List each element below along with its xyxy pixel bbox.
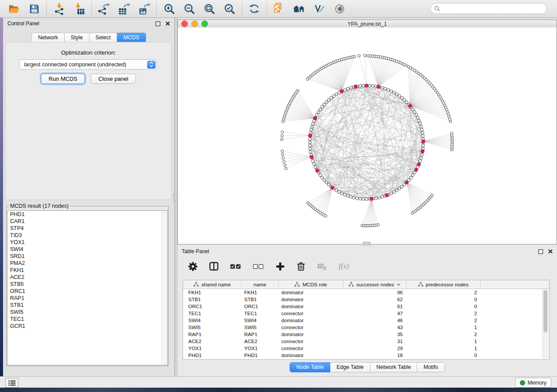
- close-panel-button[interactable]: Close panel: [91, 74, 136, 84]
- network-node[interactable]: [327, 183, 330, 186]
- mcds-result-item[interactable]: STP4: [7, 225, 167, 232]
- network-node[interactable]: [421, 131, 424, 134]
- network-node[interactable]: [311, 122, 315, 125]
- annotation-mode-button[interactable]: [313, 2, 326, 15]
- network-node[interactable]: [283, 160, 285, 163]
- mcds-result-item[interactable]: STB1: [7, 302, 167, 309]
- clone-network-button[interactable]: [273, 2, 286, 15]
- zoom-fit-button[interactable]: [203, 2, 216, 15]
- network-node[interactable]: [309, 147, 312, 150]
- mcds-result-item[interactable]: SRD1: [7, 253, 167, 260]
- float-table-panel-icon[interactable]: [538, 249, 543, 254]
- tab-network-table[interactable]: Network Table: [370, 362, 418, 372]
- zoom-selected-button[interactable]: [223, 2, 236, 15]
- zoom-out-button[interactable]: [183, 2, 196, 15]
- network-node[interactable]: [321, 176, 324, 179]
- network-overview-button[interactable]: [293, 2, 306, 15]
- mcds-result-item[interactable]: SWI4: [7, 246, 167, 253]
- add-column-button[interactable]: [276, 262, 285, 271]
- zoom-in-button[interactable]: [163, 2, 176, 15]
- export-image-button[interactable]: [138, 2, 151, 15]
- mcds-result-item[interactable]: TID3: [7, 232, 167, 239]
- export-table-button[interactable]: [118, 2, 131, 15]
- mcds-node[interactable]: [415, 168, 418, 172]
- tab-edge-table[interactable]: Edge Table: [330, 362, 370, 372]
- mcds-result-item[interactable]: GCR1: [7, 323, 167, 330]
- network-node[interactable]: [365, 198, 368, 201]
- network-node[interactable]: [282, 120, 284, 123]
- network-node[interactable]: [356, 197, 359, 200]
- import-table-button[interactable]: [73, 2, 86, 15]
- network-node[interactable]: [431, 194, 433, 197]
- network-node[interactable]: [332, 95, 336, 98]
- mcds-node[interactable]: [308, 134, 312, 137]
- mcds-result-item[interactable]: FKH1: [7, 267, 167, 274]
- network-node[interactable]: [420, 157, 423, 160]
- network-node[interactable]: [362, 198, 365, 201]
- network-node[interactable]: [323, 103, 326, 106]
- network-node[interactable]: [310, 128, 313, 131]
- tab-node-table[interactable]: Node Table: [290, 362, 330, 372]
- network-node[interactable]: [413, 111, 416, 114]
- column-header-shared-name[interactable]: shared name: [183, 280, 242, 289]
- optimization-criterion-select[interactable]: largest connected component (undirected): [19, 59, 157, 69]
- table-row[interactable]: PHD1PHD1dominator180: [183, 352, 549, 359]
- network-node[interactable]: [311, 125, 314, 128]
- network-node[interactable]: [412, 174, 415, 177]
- export-network-button[interactable]: [97, 2, 111, 15]
- network-node[interactable]: [325, 101, 328, 104]
- network-node[interactable]: [319, 108, 322, 111]
- mcds-result-item[interactable]: STB5: [7, 281, 167, 288]
- network-node[interactable]: [281, 131, 284, 133]
- mcds-result-item[interactable]: TEC1: [7, 316, 167, 323]
- run-mcds-button[interactable]: Run MCDS: [41, 74, 85, 84]
- network-node[interactable]: [325, 181, 328, 184]
- network-node[interactable]: [358, 55, 360, 57]
- table-row[interactable]: ACE2ACE2connector311: [183, 338, 549, 345]
- network-node[interactable]: [362, 84, 365, 87]
- float-panel-icon[interactable]: [156, 21, 160, 26]
- network-node[interactable]: [319, 174, 322, 177]
- network-node[interactable]: [346, 87, 349, 90]
- network-node[interactable]: [420, 154, 423, 157]
- network-node[interactable]: [368, 84, 371, 87]
- mcds-node[interactable]: [408, 104, 412, 108]
- network-node[interactable]: [281, 150, 284, 152]
- mcds-node[interactable]: [316, 169, 319, 172]
- mcds-node[interactable]: [377, 85, 380, 89]
- network-node[interactable]: [381, 196, 384, 199]
- mcds-result-item[interactable]: RAP1: [7, 295, 167, 302]
- mcds-result-item[interactable]: SWI5: [7, 309, 167, 316]
- table-scrollbar[interactable]: [542, 289, 549, 359]
- network-node[interactable]: [280, 138, 283, 141]
- network-node[interactable]: [378, 196, 381, 199]
- network-node[interactable]: [346, 194, 349, 197]
- network-node[interactable]: [381, 86, 384, 89]
- mcds-node[interactable]: [417, 163, 421, 166]
- network-node[interactable]: [284, 164, 286, 166]
- network-node[interactable]: [401, 185, 404, 188]
- mcds-result-item[interactable]: PMA2: [7, 260, 167, 267]
- network-node[interactable]: [401, 96, 404, 100]
- table-row[interactable]: YOX1YOX1connector291: [183, 345, 549, 352]
- search-input[interactable]: [442, 5, 543, 12]
- network-node[interactable]: [349, 86, 353, 89]
- mcds-node[interactable]: [421, 150, 425, 153]
- network-node[interactable]: [323, 179, 326, 182]
- network-node[interactable]: [390, 192, 393, 195]
- network-node[interactable]: [415, 113, 418, 117]
- network-node[interactable]: [338, 191, 341, 194]
- network-node[interactable]: [359, 85, 362, 88]
- table-settings-button[interactable]: [188, 262, 197, 271]
- network-node[interactable]: [384, 87, 387, 90]
- search-field[interactable]: [430, 3, 547, 14]
- mcds-node[interactable]: [385, 194, 389, 197]
- close-table-panel-icon[interactable]: [548, 249, 553, 254]
- network-node[interactable]: [353, 196, 356, 199]
- network-node[interactable]: [309, 151, 312, 154]
- network-node[interactable]: [335, 93, 338, 96]
- column-header-predecessor-nodes[interactable]: predecessor nodes: [406, 280, 481, 289]
- show-columns-button[interactable]: [209, 262, 218, 271]
- network-node[interactable]: [340, 192, 343, 195]
- tab-mcds[interactable]: MCDS: [117, 33, 146, 43]
